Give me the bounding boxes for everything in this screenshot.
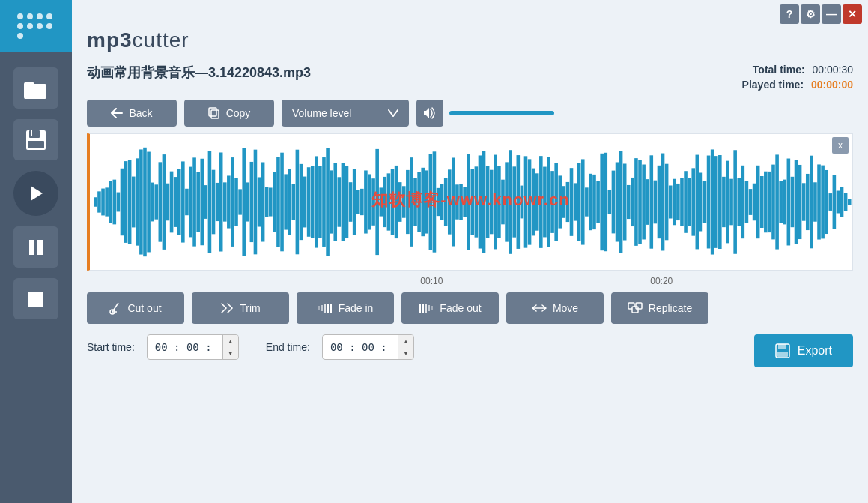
- open-folder-button[interactable]: [13, 67, 58, 109]
- start-time-input-group: ▲ ▼: [147, 334, 239, 360]
- app-title: mp3cutter: [87, 28, 853, 56]
- replicate-label: Replicate: [649, 302, 692, 314]
- played-time-row: Played time: 00:00:00: [742, 79, 853, 91]
- end-time-input-group: ▲ ▼: [322, 334, 414, 360]
- time-inputs-row: Start time: ▲ ▼ End time: ▲ ▼: [87, 334, 414, 360]
- fade-in-icon: [318, 303, 333, 313]
- trim-label: Trim: [240, 302, 260, 314]
- svg-rect-23: [428, 305, 430, 311]
- svg-rect-26: [632, 307, 638, 313]
- fade-out-label: Fade out: [440, 302, 481, 314]
- fade-out-button[interactable]: Fade out: [401, 292, 499, 324]
- play-button[interactable]: [13, 171, 58, 216]
- waveform-container: x 知软博客-www.knowr.cn: [87, 133, 853, 271]
- file-info-row: 动画常用背景音乐—3.14220843.mp3 Total time: 00:0…: [87, 56, 853, 100]
- fade-in-button[interactable]: Fade in: [297, 292, 394, 324]
- stop-button[interactable]: [13, 278, 58, 319]
- file-name: 动画常用背景音乐—3.14220843.mp3: [87, 64, 311, 82]
- content-area: 动画常用背景音乐—3.14220843.mp3 Total time: 00:0…: [72, 56, 868, 503]
- back-button[interactable]: Back: [87, 100, 177, 127]
- svg-rect-17: [324, 304, 326, 313]
- end-time-down[interactable]: ▼: [398, 347, 413, 359]
- back-label: Back: [129, 107, 152, 119]
- played-time-value: 00:00:00: [811, 79, 853, 91]
- app-name-part2: cutter: [133, 28, 189, 52]
- timeline-marker1: 00:10: [420, 276, 443, 286]
- toolbar-top: Back Copy Volume level: [87, 100, 853, 127]
- total-time-label: Total time:: [753, 64, 805, 76]
- copy-label: Copy: [226, 107, 251, 119]
- copy-icon: [208, 107, 220, 119]
- svg-marker-6: [31, 186, 43, 201]
- svg-rect-11: [209, 108, 216, 116]
- start-time-spinner: ▲ ▼: [222, 335, 238, 359]
- replicate-icon: [628, 302, 643, 314]
- play-icon: [26, 184, 46, 203]
- played-time-label: Played time:: [742, 79, 804, 91]
- toolbar-bottom: Cut out Trim Fade in: [87, 292, 853, 324]
- minimize-button[interactable]: —: [822, 4, 841, 24]
- time-info: Total time: 00:00:30 Played time: 00:00:…: [742, 64, 853, 94]
- volume-speaker-icon: [422, 107, 437, 119]
- stop-icon: [26, 289, 46, 309]
- export-save-icon: [775, 343, 790, 358]
- start-time-label: Start time:: [87, 341, 135, 353]
- svg-rect-30: [777, 352, 788, 357]
- svg-rect-9: [28, 292, 43, 307]
- volume-track[interactable]: [449, 111, 554, 115]
- folder-icon: [24, 78, 48, 99]
- help-button[interactable]: ?: [780, 4, 799, 24]
- total-time-value: 00:00:30: [813, 64, 854, 76]
- waveform-watermark: 知软博客-www.knowr.cn: [371, 189, 569, 211]
- bottom-row: Start time: ▲ ▼ End time: ▲ ▼: [87, 334, 853, 367]
- app-name-part1: mp3: [87, 28, 133, 52]
- settings-button[interactable]: ⚙: [801, 4, 820, 24]
- move-icon: [532, 303, 547, 313]
- timeline: 00:10 00:20: [87, 274, 853, 292]
- replicate-button[interactable]: Replicate: [611, 292, 708, 324]
- svg-rect-5: [28, 141, 44, 148]
- cut-out-label: Cut out: [127, 302, 161, 314]
- app-header: mp3cutter: [72, 28, 868, 56]
- svg-rect-8: [37, 240, 43, 255]
- svg-rect-1: [24, 82, 34, 87]
- start-time-up[interactable]: ▲: [223, 335, 238, 347]
- svg-rect-29: [778, 344, 786, 349]
- move-button[interactable]: Move: [506, 292, 604, 324]
- waveform-close-button[interactable]: x: [832, 137, 849, 154]
- pause-button[interactable]: [13, 226, 58, 268]
- start-time-input[interactable]: [148, 336, 222, 358]
- svg-rect-22: [425, 304, 427, 313]
- chevron-down-icon: [388, 109, 398, 117]
- svg-rect-20: [419, 304, 421, 313]
- volume-label: Volume level: [292, 107, 351, 119]
- start-time-down[interactable]: ▼: [223, 347, 238, 359]
- fade-out-icon: [419, 303, 434, 313]
- svg-rect-16: [321, 305, 323, 311]
- svg-rect-15: [318, 306, 320, 310]
- end-time-spinner: ▲ ▼: [398, 335, 413, 359]
- svg-rect-18: [327, 304, 329, 313]
- svg-rect-7: [29, 240, 34, 255]
- cut-out-icon: [109, 301, 121, 315]
- end-time-input[interactable]: [323, 336, 398, 358]
- end-time-up[interactable]: ▲: [398, 335, 413, 347]
- svg-rect-24: [431, 306, 433, 310]
- app-logo: [0, 0, 72, 52]
- title-bar: ? ⚙ — ✕: [72, 0, 868, 28]
- volume-dropdown[interactable]: Volume level: [282, 100, 409, 127]
- back-icon: [111, 108, 123, 118]
- cut-out-button[interactable]: Cut out: [87, 292, 184, 324]
- volume-slider-container: [416, 100, 554, 127]
- copy-button[interactable]: Copy: [184, 100, 274, 127]
- close-button[interactable]: ✕: [843, 4, 862, 24]
- trim-button[interactable]: Trim: [192, 292, 289, 324]
- move-label: Move: [553, 302, 578, 314]
- fade-in-label: Fade in: [339, 302, 374, 314]
- volume-icon-button[interactable]: [416, 100, 443, 127]
- logo-dots: [17, 13, 55, 39]
- export-button[interactable]: Export: [754, 334, 853, 367]
- total-time-row: Total time: 00:00:30: [742, 64, 853, 76]
- pause-icon: [26, 238, 46, 257]
- save-button[interactable]: [13, 119, 58, 160]
